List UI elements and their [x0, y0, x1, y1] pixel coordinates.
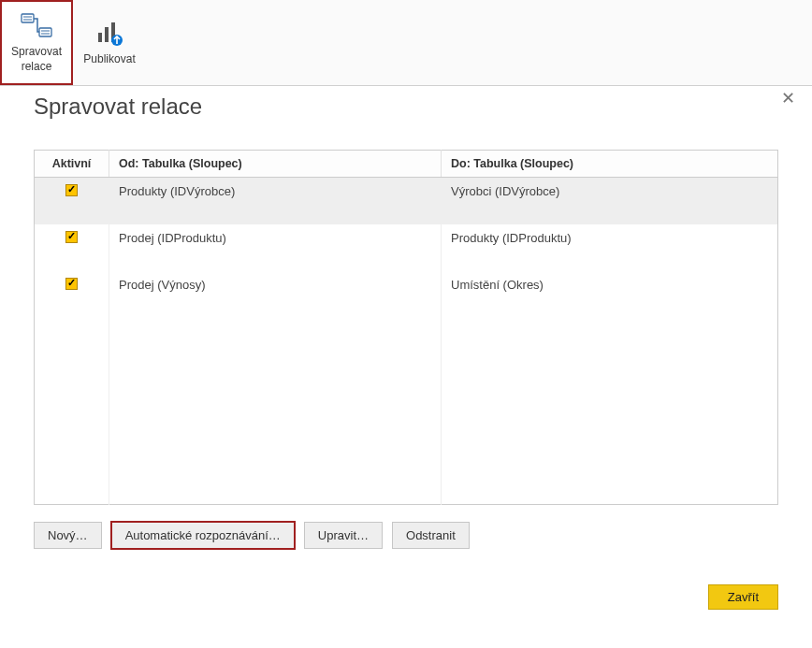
active-checkbox[interactable]	[65, 278, 78, 290]
active-cell	[35, 271, 109, 318]
manage-relations-dialog: ✕ Spravovat relace Aktivní Od: Tabulka (…	[0, 0, 812, 648]
active-cell	[35, 178, 109, 225]
header-from[interactable]: Od: Tabulka (Sloupec)	[109, 151, 442, 178]
delete-button[interactable]: Odstranit	[392, 522, 470, 549]
from-cell: Prodej (Výnosy)	[109, 271, 442, 318]
dialog-footer: Zavřít	[34, 584, 778, 610]
active-checkbox[interactable]	[65, 231, 78, 243]
action-button-row: Nový… Automatické rozpoznávání… Upravit……	[34, 522, 778, 549]
to-cell: Výrobci (IDVýrobce)	[442, 178, 778, 225]
table-row[interactable]: Produkty (IDVýrobce)Výrobci (IDVýrobce)	[35, 178, 778, 225]
close-icon[interactable]: ✕	[777, 84, 799, 112]
header-active[interactable]: Aktivní	[35, 151, 109, 178]
dialog-title: Spravovat relace	[34, 94, 778, 120]
from-cell: Produkty (IDVýrobce)	[109, 178, 442, 225]
edit-button[interactable]: Upravit…	[304, 522, 383, 549]
active-cell	[35, 224, 109, 271]
active-checkbox[interactable]	[65, 184, 78, 196]
close-button[interactable]: Zavřít	[708, 584, 778, 610]
autodetect-button[interactable]: Automatické rozpoznávání…	[111, 522, 295, 549]
new-button[interactable]: Nový…	[34, 522, 102, 549]
table-row[interactable]: Prodej (Výnosy)Umístění (Okres)	[35, 271, 778, 318]
table-row[interactable]: Prodej (IDProduktu)Produkty (IDProduktu)	[35, 224, 778, 271]
relations-table: Aktivní Od: Tabulka (Sloupec) Do: Tabulk…	[34, 150, 778, 505]
to-cell: Umístění (Okres)	[442, 271, 778, 318]
from-cell: Prodej (IDProduktu)	[109, 224, 442, 271]
header-to[interactable]: Do: Tabulka (Sloupec)	[442, 151, 778, 178]
to-cell: Produkty (IDProduktu)	[442, 224, 778, 271]
